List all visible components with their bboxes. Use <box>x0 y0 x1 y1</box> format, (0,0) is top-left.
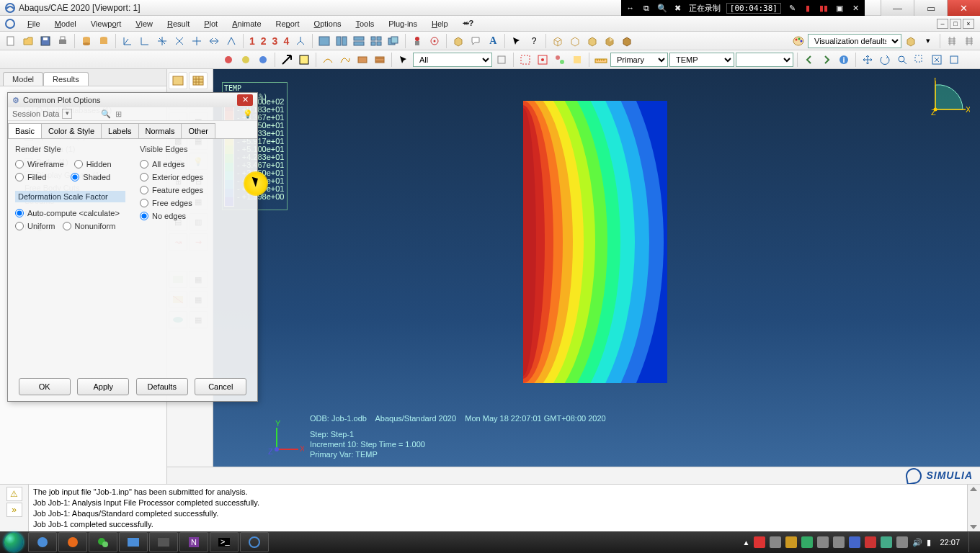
menu-whatsthis[interactable]: ⥇? <box>455 17 481 30</box>
view-3[interactable]: 3 <box>270 35 280 47</box>
csys-icon-4[interactable] <box>172 33 187 49</box>
nav-back-icon[interactable] <box>801 52 817 68</box>
csys-icon-1[interactable] <box>120 33 135 49</box>
output-component-combo[interactable] <box>736 53 793 67</box>
csys-icon-7[interactable] <box>223 33 239 49</box>
record-mark-icon[interactable]: ✖ <box>673 3 683 13</box>
cursor-icon[interactable] <box>509 33 525 49</box>
sel-opt-icon[interactable] <box>494 52 509 68</box>
maximize-button[interactable]: ▭ <box>914 0 947 16</box>
view-4[interactable]: 4 <box>281 35 291 47</box>
csys-icon-6[interactable] <box>206 33 222 49</box>
view-1[interactable]: 1 <box>247 35 257 47</box>
sphere-red-icon[interactable] <box>220 52 236 68</box>
fit-icon[interactable] <box>929 52 945 68</box>
tool-undeformed-icon[interactable] <box>169 72 187 88</box>
help-cursor-icon[interactable]: ? <box>526 33 542 49</box>
new-file-icon[interactable] <box>3 33 19 49</box>
record-search-icon[interactable]: 🔍 <box>657 3 667 13</box>
select-cursor-icon[interactable] <box>396 52 411 68</box>
csys-icon-2[interactable] <box>137 33 153 49</box>
set-sel-icon[interactable] <box>569 52 585 68</box>
layout-cascade-icon[interactable] <box>386 33 401 49</box>
render-wire-icon[interactable] <box>550 33 566 49</box>
menu-plot[interactable]: Plot <box>197 17 225 30</box>
menu-model[interactable]: Model <box>48 17 84 30</box>
output-primary-combo[interactable]: Primary <box>610 53 668 67</box>
render-fill-icon[interactable] <box>584 33 600 49</box>
sphere-blue-icon[interactable] <box>255 52 271 68</box>
annotation-icon[interactable] <box>468 33 484 49</box>
visualization-defaults-combo[interactable]: Visualization defaults <box>808 34 901 48</box>
target-icon[interactable] <box>427 33 442 49</box>
render-shade-icon[interactable] <box>602 33 618 49</box>
persp-cube-icon[interactable] <box>903 33 919 49</box>
zoom-box-icon[interactable] <box>912 52 927 68</box>
print-icon[interactable] <box>55 33 71 49</box>
tab-results[interactable]: Results <box>43 72 89 86</box>
fit-all-icon[interactable] <box>946 52 962 68</box>
text-a-icon[interactable]: A <box>485 33 501 49</box>
palette-icon[interactable] <box>790 33 806 49</box>
record-close-icon[interactable]: ✕ <box>850 3 860 13</box>
render-persp-icon[interactable] <box>619 33 635 49</box>
record-stop-icon[interactable]: ▮▮ <box>819 3 829 13</box>
db-icon-1[interactable] <box>79 33 94 49</box>
view-2[interactable]: 2 <box>259 35 269 47</box>
tab-model[interactable]: Model <box>3 72 43 86</box>
selection-filter-combo[interactable]: All <box>413 53 492 67</box>
measure-icon[interactable] <box>593 52 609 68</box>
viewport-3d[interactable]: TEMP (Avg: 75%) +1.000e+02+9.183e+01+8.3… <box>213 69 980 88</box>
model-tree[interactable]: –Session Data +Output Databases (1) +His… <box>0 86 166 88</box>
sphere-yellow-icon[interactable] <box>238 52 254 68</box>
tool-deformed-icon[interactable] <box>189 72 208 88</box>
menu-animate[interactable]: Animate <box>225 17 268 30</box>
csys-icon-3[interactable] <box>154 33 170 49</box>
record-camera-icon[interactable]: ▣ <box>834 3 845 13</box>
layout-1-icon[interactable] <box>316 33 332 49</box>
layout-3-icon[interactable] <box>351 33 367 49</box>
node-sel-icon[interactable] <box>517 52 533 68</box>
save-icon[interactable] <box>37 33 53 49</box>
record-pencil-icon[interactable]: ✎ <box>787 3 797 13</box>
menu-help[interactable]: Help <box>424 17 455 30</box>
curve-1-icon[interactable] <box>320 52 336 68</box>
render-hidden-icon[interactable] <box>567 33 583 49</box>
curve-2-icon[interactable] <box>337 52 353 68</box>
rotate-icon[interactable] <box>877 52 893 68</box>
minimize-button[interactable]: — <box>881 0 914 16</box>
open-file-icon[interactable] <box>20 33 36 49</box>
record-dock-icon[interactable]: ⧉ <box>641 3 651 13</box>
view-compass-icon[interactable]: Y X Z <box>931 78 970 88</box>
menu-report[interactable]: Report <box>269 17 307 30</box>
record-move-icon[interactable]: ↔ <box>625 3 636 13</box>
zoom-icon[interactable] <box>894 52 910 68</box>
record-pause-icon[interactable]: ▮ <box>803 3 813 13</box>
layout-4-icon[interactable] <box>368 33 384 49</box>
nav-fwd-icon[interactable] <box>819 52 834 68</box>
menu-tools[interactable]: Tools <box>349 17 382 30</box>
close-button[interactable]: ✕ <box>947 0 980 16</box>
arrow-tool-icon[interactable] <box>279 52 295 68</box>
elem-sel-icon[interactable] <box>535 52 551 68</box>
rail-icon-2[interactable] <box>961 33 977 49</box>
output-variable-combo[interactable]: TEMP <box>669 53 734 67</box>
menu-result[interactable]: Result <box>160 17 197 30</box>
persp-toggle-icon[interactable]: ▾ <box>920 33 936 49</box>
mdi-minimize-icon[interactable]: – <box>937 19 948 29</box>
mdi-restore-icon[interactable]: □ <box>950 19 961 29</box>
info-icon[interactable]: i <box>836 52 852 68</box>
db-icon-2[interactable] <box>96 33 112 49</box>
flag-tool-icon[interactable] <box>296 52 312 68</box>
menu-file[interactable]: File <box>20 17 48 30</box>
layout-2-icon[interactable] <box>334 33 349 49</box>
menu-options[interactable]: Options <box>307 17 349 30</box>
surf-sel-icon[interactable] <box>552 52 568 68</box>
menu-view[interactable]: View <box>128 17 160 30</box>
block-brown-icon[interactable] <box>355 52 370 68</box>
csys-icon-8[interactable] <box>293 33 308 49</box>
pan-icon[interactable] <box>860 52 876 68</box>
rail-icon-1[interactable] <box>944 33 960 49</box>
menu-viewport[interactable]: Viewport <box>84 17 129 30</box>
mdi-close-icon[interactable]: × <box>963 19 974 29</box>
